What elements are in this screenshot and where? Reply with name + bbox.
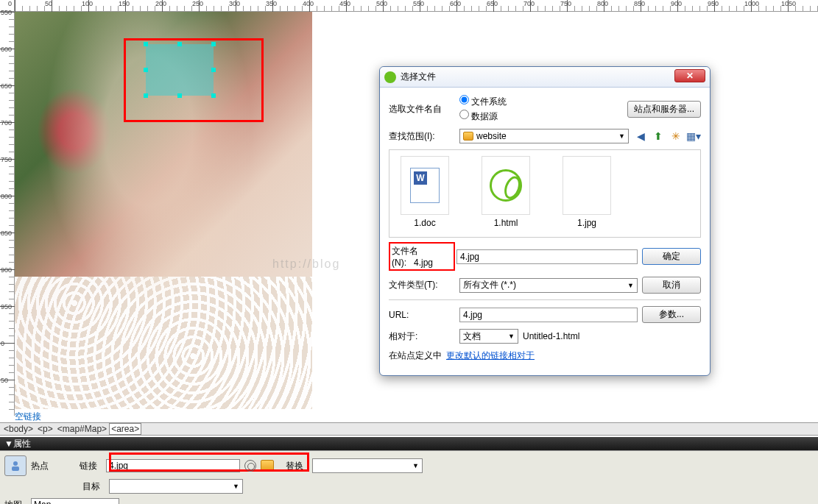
html-icon <box>490 169 522 202</box>
map-label: 地图 <box>4 499 27 505</box>
site-note-prefix: 在站点定义中 <box>389 349 442 362</box>
tag-area[interactable]: <area> <box>109 423 141 435</box>
target-dropdown[interactable]: ▼ <box>109 479 243 494</box>
tag-selector-path[interactable]: <body> <p> <map#Map> <area> <box>0 422 818 436</box>
ruler-horizontal: 0501001502002503003504004505005506006507… <box>15 0 818 12</box>
source-label: 选取文件名自 <box>389 103 455 116</box>
svg-rect-1 <box>12 466 19 471</box>
target-label: 目标 <box>82 480 105 493</box>
file-item-jpg[interactable]: 1.jpg <box>557 156 616 231</box>
cancel-button[interactable]: 取消 <box>642 277 701 294</box>
hotspot-type-icon[interactable] <box>4 455 27 476</box>
ruler-vertical: 550600650700750800850900950050 <box>0 12 15 416</box>
resize-handle[interactable] <box>211 93 216 98</box>
resize-handle[interactable] <box>144 93 148 98</box>
file-list[interactable]: 1.doc 1.html 1.jpg <box>389 149 701 238</box>
view-menu-icon[interactable]: ▦▾ <box>686 129 701 143</box>
resize-handle[interactable] <box>211 68 216 72</box>
lookin-label: 查找范围(I): <box>389 130 455 143</box>
resize-handle[interactable] <box>211 42 216 46</box>
filename-label: 文件名(N): 4.jpg <box>389 242 455 271</box>
resize-handle[interactable] <box>144 42 148 46</box>
annotation-rect-properties <box>109 452 309 472</box>
resize-handle[interactable] <box>144 68 148 72</box>
file-item-html[interactable]: 1.html <box>476 156 535 231</box>
file-item-doc[interactable]: 1.doc <box>395 156 454 231</box>
tag-map[interactable]: <map#Map> <box>55 423 109 435</box>
resize-handle[interactable] <box>177 42 182 46</box>
empty-link-text: 空链接 <box>15 411 41 423</box>
file-name: 1.html <box>494 218 518 228</box>
properties-panel-header[interactable]: ▼ 属性 <box>0 437 818 450</box>
properties-panel: 热点 链接 替换 ▼ 目标 ▼ 地图 <box>0 450 818 504</box>
jpg-thumbnail <box>563 156 611 215</box>
svg-point-0 <box>13 461 18 466</box>
tag-body[interactable]: <body> <box>1 423 35 435</box>
file-name: 1.doc <box>414 218 435 228</box>
word-doc-icon <box>410 168 440 203</box>
up-folder-icon[interactable]: ⬆ <box>651 129 666 143</box>
change-default-link[interactable]: 更改默认的链接相对于 <box>446 349 535 362</box>
relative-file-text: Untitled-1.html <box>523 331 579 341</box>
radio-datasource[interactable]: 数据源 <box>459 110 623 123</box>
folder-icon <box>463 132 473 141</box>
map-name-input[interactable] <box>31 498 119 504</box>
point-to-file-icon[interactable] <box>244 460 256 472</box>
parameters-button[interactable]: 参数... <box>642 306 701 323</box>
dialog-close-button[interactable]: ✕ <box>674 69 705 82</box>
dialog-titlebar[interactable]: 选择文件 ✕ <box>380 67 710 88</box>
hotspot-selection[interactable] <box>146 44 214 96</box>
hotspot-label: 热点 <box>31 460 75 472</box>
filetype-label: 文件类型(T): <box>389 279 455 291</box>
filename-input[interactable] <box>456 249 638 264</box>
sites-servers-button[interactable]: 站点和服务器... <box>627 101 701 118</box>
relative-dropdown[interactable]: 文档▼ <box>459 329 518 344</box>
ok-button[interactable]: 确定 <box>642 248 701 265</box>
tag-p[interactable]: <p> <box>35 423 55 435</box>
lookin-dropdown[interactable]: website ▼ <box>459 129 629 143</box>
photo-lace-area <box>15 277 312 409</box>
filetype-dropdown[interactable]: 所有文件 (*.*)▼ <box>459 278 638 293</box>
new-folder-icon[interactable]: ✳ <box>669 129 683 143</box>
back-icon[interactable]: ◀ <box>633 129 648 143</box>
link-label: 链接 <box>80 460 102 472</box>
url-input[interactable] <box>459 308 638 322</box>
select-file-dialog: 选择文件 ✕ 选取文件名自 文件系统 数据源 站点和服务器... 查找范围(I)… <box>379 66 711 376</box>
dialog-title-text: 选择文件 <box>401 71 436 83</box>
radio-filesystem[interactable]: 文件系统 <box>459 95 623 108</box>
dialog-app-icon <box>384 71 396 83</box>
url-label: URL: <box>389 310 455 320</box>
relative-label: 相对于: <box>389 330 455 343</box>
alt-dropdown[interactable]: ▼ <box>312 458 423 473</box>
resize-handle[interactable] <box>177 93 182 98</box>
person-icon <box>8 460 23 472</box>
file-name: 1.jpg <box>577 218 596 228</box>
